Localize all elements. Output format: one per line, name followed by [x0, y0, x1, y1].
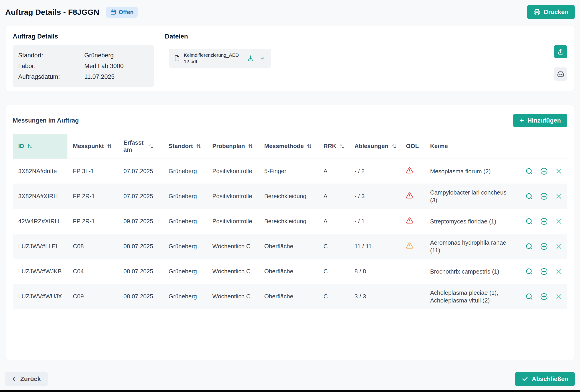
row-view-button[interactable]: [525, 268, 533, 275]
file-expand-button[interactable]: [259, 55, 266, 61]
status-badge: Offen: [106, 6, 138, 18]
plus-circle-icon: [540, 243, 548, 250]
x-icon: [555, 268, 563, 275]
add-measurement-button[interactable]: + Hinzufügen: [513, 114, 567, 127]
row-view-button[interactable]: [525, 218, 533, 225]
row-add-button[interactable]: [540, 192, 548, 200]
column-header-messpunkt[interactable]: Messpunkt: [67, 134, 118, 158]
row-remove-button[interactable]: [555, 167, 563, 175]
cell-rrk: A: [318, 168, 349, 175]
cell-id: 3X82NA#XIRH: [13, 193, 67, 200]
cell-messmethode: Oberfläche: [259, 293, 318, 300]
cell-id: 42W4RZ#XIRH: [13, 218, 67, 225]
table-body: 3X82NA#dritte FP 3L-1 07.07.2025 Grünebe…: [13, 159, 567, 309]
cell-messpunkt: FP 3L-1: [67, 168, 118, 175]
cell-ablesungen: - / 3: [349, 193, 401, 200]
complete-button[interactable]: Abschließen: [515, 372, 575, 386]
row-remove-button[interactable]: [555, 243, 563, 250]
inbox-icon: [557, 71, 564, 77]
x-icon: [555, 218, 563, 225]
page-root: Auftrag Details - F8JGGN Offen Drucken A…: [0, 0, 580, 386]
upload-button[interactable]: [554, 45, 567, 58]
row-add-button[interactable]: [540, 167, 548, 175]
row-remove-button[interactable]: [555, 268, 563, 275]
cell-standort: Grüneberg: [163, 268, 207, 275]
cell-rrk: A: [318, 193, 349, 200]
cell-messpunkt: C08: [67, 243, 118, 250]
column-header-probenplan[interactable]: Probenplan: [207, 134, 259, 158]
cell-keime: Acholeplasma pleciae (1), Acholeplasma v…: [425, 289, 514, 304]
row-view-button[interactable]: [525, 192, 533, 200]
column-header-keime: Keime: [425, 134, 514, 158]
check-icon: [521, 376, 528, 383]
search-icon: [525, 167, 533, 175]
column-header-standort[interactable]: Standort: [163, 134, 207, 158]
cell-ablesungen: 3 / 3: [349, 293, 401, 300]
warning-icon: [406, 192, 413, 199]
table-row: 3X82NA#dritte FP 3L-1 07.07.2025 Grünebe…: [13, 159, 567, 184]
cell-ablesungen: 11 / 11: [349, 243, 401, 250]
row-add-button[interactable]: [540, 243, 548, 250]
warning-icon: [406, 242, 413, 249]
table-row: LUZJWV#LLEI C08 08.07.2025 Grüneberg Wöc…: [13, 234, 567, 259]
column-header-rrk[interactable]: RRK: [318, 134, 349, 158]
cell-standort: Grüneberg: [163, 168, 207, 175]
row-actions: [514, 192, 567, 200]
sort-icon: [107, 143, 113, 149]
cell-ablesungen: - / 2: [349, 168, 401, 175]
column-header-messmethode[interactable]: Messmethode: [259, 134, 318, 158]
column-header-ablesungen[interactable]: Ablesungen: [349, 134, 401, 158]
row-view-button[interactable]: [525, 293, 533, 300]
plus-circle-icon: [540, 218, 548, 225]
field-value: 11.07.2025: [84, 72, 148, 81]
cell-keime: Streptomyces floridae (1): [425, 218, 514, 225]
row-actions: [514, 218, 567, 225]
row-remove-button[interactable]: [555, 293, 563, 300]
cell-ablesungen: 8 / 8: [349, 268, 401, 275]
cell-ool: [401, 242, 425, 251]
sort-icon: [339, 143, 345, 149]
row-add-button[interactable]: [540, 218, 548, 225]
back-button[interactable]: Zurück: [5, 372, 48, 386]
row-add-button[interactable]: [540, 293, 548, 300]
cell-keime: Brochothrix campestris (1): [425, 268, 514, 275]
cell-rrk: C: [318, 293, 349, 300]
cell-probenplan: Positivkontrolle: [207, 218, 259, 225]
column-header-id[interactable]: ID: [13, 134, 67, 158]
cell-standort: Grüneberg: [163, 218, 207, 225]
table-row: 3X82NA#XIRH FP 2R-1 07.07.2025 Grüneberg…: [13, 184, 567, 209]
row-actions: [514, 167, 567, 175]
row-add-button[interactable]: [540, 268, 548, 275]
status-badge-label: Offen: [119, 9, 134, 15]
row-remove-button[interactable]: [555, 192, 563, 200]
plus-circle-icon: [540, 293, 548, 300]
files-dropzone: Keimdifferenzierung_AED 12.pdf: [165, 45, 548, 87]
cell-ool: [401, 167, 425, 176]
inbox-button[interactable]: [554, 67, 567, 81]
cell-messmethode: 5-Finger: [259, 168, 318, 175]
printer-icon: [534, 9, 540, 15]
plus-circle-icon: [540, 192, 548, 200]
sort-icon: [391, 143, 397, 149]
cell-probenplan: Positivkontrolle: [207, 168, 259, 175]
order-details-heading: Auftrag Details: [13, 33, 154, 40]
column-header-erfasst-am[interactable]: Erfasst am: [118, 134, 163, 158]
row-actions: [514, 293, 567, 300]
cell-probenplan: Wöchentlich C: [207, 293, 259, 300]
cell-rrk: A: [318, 218, 349, 225]
row-view-button[interactable]: [525, 243, 533, 250]
warning-icon: [406, 167, 413, 174]
cell-probenplan: Wöchentlich C: [207, 243, 259, 250]
row-view-button[interactable]: [525, 167, 533, 175]
row-remove-button[interactable]: [555, 218, 563, 225]
print-button[interactable]: Drucken: [527, 5, 575, 19]
cell-messmethode: Bereichkleidung: [259, 193, 318, 200]
sort-icon: [148, 143, 154, 149]
cell-ool: [401, 267, 425, 276]
top-bar: Auftrag Details - F8JGGN Offen Drucken: [5, 0, 575, 24]
cell-erfasst-am: 08.07.2025: [118, 293, 163, 300]
cell-id: LUZJWV#WJKB: [13, 268, 67, 275]
column-header-ool: OOL: [401, 134, 425, 158]
table-header-row: ID Messpunkt Erfasst am Standort Probenp…: [13, 134, 567, 159]
file-download-button[interactable]: [246, 55, 255, 62]
